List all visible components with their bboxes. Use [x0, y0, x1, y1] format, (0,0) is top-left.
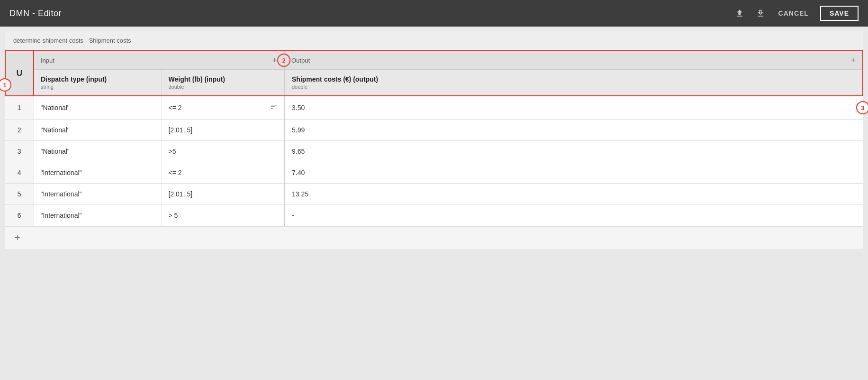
- row-num: 4: [5, 162, 34, 184]
- cell-weight-2[interactable]: [2.01..5]: [162, 120, 285, 141]
- cell-shipment-4[interactable]: 7.40: [285, 162, 863, 184]
- cell-dispatch-3[interactable]: "National": [34, 141, 162, 162]
- download-icon: [756, 9, 765, 18]
- add-row[interactable]: +: [5, 226, 863, 250]
- cell-weight-4[interactable]: <= 2: [162, 162, 285, 184]
- cell-dispatch-6[interactable]: "International": [34, 205, 162, 226]
- table-row: 3 "National" >5 9.65: [5, 141, 863, 162]
- match-icon[interactable]: [270, 103, 278, 112]
- hit-policy-cell: U 1: [5, 51, 34, 96]
- annotation-1: 1: [0, 78, 11, 92]
- col-shipment-name: Shipment costs (€) (output): [292, 75, 856, 83]
- cell-weight-3[interactable]: >5: [162, 141, 285, 162]
- output-label: Output: [291, 57, 310, 64]
- app-title: DMN - Editor: [9, 9, 62, 19]
- cell-shipment-6[interactable]: -: [285, 205, 863, 226]
- cell-weight-1[interactable]: <= 2: [162, 96, 285, 120]
- cell-shipment-3[interactable]: 9.65: [285, 141, 863, 162]
- col-dispatch-name: Dispatch type (input): [41, 75, 155, 83]
- cell-shipment-1[interactable]: 3.50 3: [285, 96, 863, 120]
- input-section-cell: Input 2 +: [34, 51, 285, 70]
- row-num: 6: [5, 205, 34, 226]
- hit-policy-label: U: [17, 68, 23, 78]
- col-weight-type: double: [169, 84, 278, 90]
- col-shipment-type: double: [292, 84, 856, 90]
- annotation-2: 2: [277, 54, 290, 67]
- save-button[interactable]: SAVE: [820, 6, 859, 21]
- row-num: 2: [5, 120, 34, 141]
- table-row: 5 "International" [2.01..5] 13.25: [5, 184, 863, 205]
- col-header-dispatch[interactable]: Dispatch type (input) string: [34, 70, 162, 96]
- section-header-row: U 1 Input 2 +: [5, 51, 863, 70]
- input-label: Input: [41, 57, 54, 64]
- col-weight-name: Weight (lb) (input): [169, 75, 278, 83]
- add-row-button[interactable]: +: [5, 226, 863, 249]
- row-num: 5: [5, 184, 34, 205]
- add-output-button[interactable]: +: [850, 56, 856, 65]
- cell-weight-1-content: <= 2: [169, 103, 278, 112]
- table-row: 4 "International" <= 2 7.40: [5, 162, 863, 184]
- dmn-table-container: U 1 Input 2 +: [5, 50, 863, 249]
- table-row: 6 "International" > 5 -: [5, 205, 863, 226]
- upload-button[interactable]: [733, 7, 746, 20]
- col-dispatch-type: string: [41, 84, 155, 90]
- app-header: DMN - Editor CANCEL SAVE: [0, 0, 868, 27]
- col-header-shipment[interactable]: Shipment costs (€) (output) double: [285, 70, 863, 96]
- add-input-button[interactable]: +: [272, 56, 277, 65]
- col-header-weight[interactable]: Weight (lb) (input) double: [162, 70, 285, 96]
- table-row: 2 "National" [2.01..5] 5.99: [5, 120, 863, 141]
- output-section-header: Output +: [285, 51, 862, 70]
- col-header-row: Dispatch type (input) string Weight (lb)…: [5, 70, 863, 96]
- breadcrumb: determine shipment costs - Shipment cost…: [5, 31, 863, 50]
- cell-weight-5[interactable]: [2.01..5]: [162, 184, 285, 205]
- row-num: 1: [5, 96, 34, 120]
- filter-icon: [270, 103, 278, 111]
- table-body: 1 "National" <= 2 3.50: [5, 96, 863, 249]
- cell-dispatch-4[interactable]: "International": [34, 162, 162, 184]
- cell-shipment-2[interactable]: 5.99: [285, 120, 863, 141]
- table-row: 1 "National" <= 2 3.50: [5, 96, 863, 120]
- cell-dispatch-1[interactable]: "National": [34, 96, 162, 120]
- dmn-table: U 1 Input 2 +: [5, 50, 863, 249]
- input-section-header: Input 2 +: [34, 51, 285, 70]
- cell-weight-6[interactable]: > 5: [162, 205, 285, 226]
- header-actions: CANCEL SAVE: [733, 6, 859, 21]
- cancel-button[interactable]: CANCEL: [775, 8, 813, 19]
- cell-dispatch-2[interactable]: "National": [34, 120, 162, 141]
- main-container: determine shipment costs - Shipment cost…: [0, 27, 868, 254]
- cell-shipment-5[interactable]: 13.25: [285, 184, 863, 205]
- upload-icon: [735, 9, 744, 18]
- output-section-cell: Output +: [285, 51, 863, 70]
- annotation-3: 3: [856, 101, 868, 114]
- row-num: 3: [5, 141, 34, 162]
- download-button[interactable]: [754, 7, 767, 20]
- cell-dispatch-5[interactable]: "International": [34, 184, 162, 205]
